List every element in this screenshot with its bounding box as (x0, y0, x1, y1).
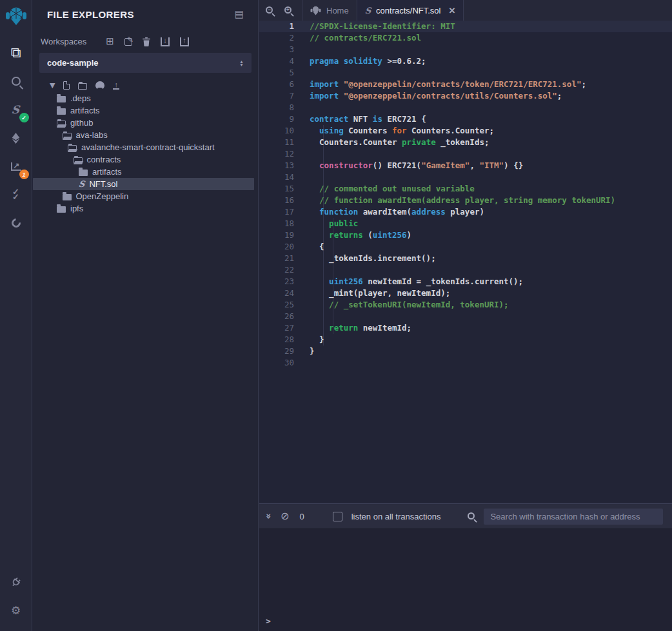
download-workspace-icon[interactable]: ↓ (161, 37, 170, 46)
code-line-10[interactable]: 10 using Counters for Counters.Counter; (259, 125, 672, 137)
code-line-8[interactable]: 8 (259, 102, 672, 113)
code-line-14[interactable]: 14 (259, 171, 672, 183)
restore-workspace-icon[interactable]: ↑ (180, 37, 189, 46)
search-icon (468, 510, 475, 522)
folder-open-icon (74, 155, 83, 164)
tree-item-avalanche-smart-contract-quickstart[interactable]: avalanche-smart-contract-quickstart (33, 141, 254, 153)
tree-item-nft.sol[interactable]: SNFT.sol (33, 178, 254, 190)
sidebar-item-settings[interactable]: ⚙ (0, 596, 32, 625)
code-editor[interactable]: 1//SPDX-License-Identifier: MIT2// contr… (259, 21, 672, 503)
code-line-24[interactable]: 24 _mint(player, newItemId); (259, 287, 672, 299)
line-content: public (310, 218, 358, 229)
sidebar-item-plugin-circle[interactable] (0, 209, 32, 237)
code-line-7[interactable]: 7import "@openzeppelin/contracts/utils/C… (259, 90, 672, 102)
code-line-26[interactable]: 26 (259, 311, 672, 322)
code-line-23[interactable]: 23 uint256 newItemId = _tokenIds.current… (259, 276, 672, 287)
sidebar-item-deploy-run[interactable] (0, 124, 32, 152)
tabs: HomeScontracts/NFT.sol✕ (302, 0, 464, 21)
line-number: 30 (259, 357, 310, 369)
code-line-29[interactable]: 29} (259, 345, 672, 357)
tab-bar: − + HomeScontracts/NFT.sol✕ (259, 0, 672, 21)
remix-logo[interactable] (5, 5, 27, 30)
code-line-19[interactable]: 19 returns (uint256) (259, 229, 672, 241)
tree-item-artifacts[interactable]: artifacts (33, 104, 254, 117)
clear-console-icon[interactable]: ⊘ (281, 511, 289, 521)
code-line-4[interactable]: 4pragma solidity >=0.6.2; (259, 55, 672, 67)
code-line-20[interactable]: 20 { (259, 241, 672, 253)
code-line-1[interactable]: 1//SPDX-License-Identifier: MIT (259, 21, 672, 32)
create-workspace-icon[interactable]: ⊞ (106, 37, 114, 46)
line-content: _tokenIds.increment(); (310, 253, 436, 264)
terminal-output[interactable]: > (259, 529, 672, 631)
clone-github-icon[interactable] (95, 81, 104, 90)
tree-item-ava-labs[interactable]: ava-labs (33, 129, 254, 141)
sidebar-item-unit-testing[interactable]: ✓✓ (0, 180, 32, 209)
code-line-18[interactable]: 18 public (259, 218, 672, 229)
tree-item-label: artifacts (70, 106, 100, 115)
code-line-17[interactable]: 17 function awardItem(address player) (259, 206, 672, 218)
sidebar-icons-bottom: ⚙ (0, 568, 32, 625)
workspace-select[interactable]: code-sample ▲▼ (39, 53, 252, 73)
tree-item-.deps[interactable]: .deps (33, 92, 254, 104)
tree-item-label: NFT.sol (89, 179, 117, 189)
line-number: 15 (259, 183, 310, 195)
code-line-12[interactable]: 12 (259, 148, 672, 160)
solidity-file-icon: S (79, 179, 84, 189)
code-line-30[interactable]: 30 (259, 357, 672, 369)
collapse-tree-icon[interactable]: ▼ (50, 82, 55, 89)
sidebar-item-analytics[interactable]: ↗1 (0, 152, 32, 180)
code-line-27[interactable]: 27 return newItemId; (259, 322, 672, 334)
terminal-toolbar: » ⊘ 0 listen on all transactions (259, 503, 672, 529)
new-file-icon[interactable] (63, 81, 70, 90)
tree-item-github[interactable]: github (33, 117, 254, 129)
code-line-13[interactable]: 13 constructor() ERC721("GameItem", "ITM… (259, 160, 672, 171)
terminal-search-input[interactable] (484, 509, 663, 525)
zoom-out-icon[interactable]: − (266, 5, 273, 16)
close-icon[interactable]: ✕ (449, 6, 456, 15)
tab-contracts-nft-sol[interactable]: Scontracts/NFT.sol✕ (357, 0, 464, 21)
line-content: // contracts/ERC721.sol (310, 32, 421, 44)
sidebar-item-plugin-manager[interactable] (0, 568, 32, 596)
line-content: return newItemId; (310, 322, 411, 334)
tree-item-label: github (70, 118, 93, 128)
sidebar-item-solidity-compiler[interactable]: S✓ (0, 95, 32, 124)
tree-item-ipfs[interactable]: ipfs (33, 202, 254, 215)
line-content: function awardItem(address player) (310, 206, 484, 218)
tree-item-openzeppelin[interactable]: OpenZeppelin (33, 190, 254, 202)
deploy-run-icon (11, 133, 21, 144)
workspaces-label: Workspaces (41, 37, 86, 46)
sidebar-item-file-explorer[interactable]: ⧉ (0, 39, 32, 67)
expand-terminal-icon[interactable]: » (264, 513, 273, 519)
code-line-25[interactable]: 25 // _setTokenURI(newItemId, tokenURI); (259, 299, 672, 311)
code-line-22[interactable]: 22 (259, 264, 672, 276)
code-line-5[interactable]: 5 (259, 67, 672, 79)
book-icon[interactable]: ▤ (235, 10, 244, 19)
listen-checkbox[interactable] (333, 512, 342, 521)
folder-icon (63, 192, 72, 200)
code-line-21[interactable]: 21 _tokenIds.increment(); (259, 253, 672, 264)
code-line-6[interactable]: 6import "@openzeppelin/contracts/token/E… (259, 79, 672, 90)
code-line-28[interactable]: 28 } (259, 334, 672, 345)
tree-item-contracts[interactable]: contracts (33, 153, 254, 166)
transaction-count: 0 (298, 512, 305, 521)
zoom-in-icon[interactable]: + (284, 5, 292, 16)
rename-workspace-icon[interactable] (124, 37, 132, 46)
tab-label: Home (326, 6, 349, 15)
terminal-prompt: > (266, 616, 271, 626)
code-line-9[interactable]: 9contract NFT is ERC721 { (259, 113, 672, 125)
new-folder-icon[interactable] (78, 81, 87, 90)
code-lines: 1//SPDX-License-Identifier: MIT2// contr… (259, 21, 672, 369)
code-line-15[interactable]: 15 // commented out unused variable (259, 183, 672, 195)
code-line-3[interactable]: 3 (259, 44, 672, 55)
plugin-manager-icon (10, 577, 21, 588)
folder-open-icon (57, 119, 66, 127)
upload-file-icon[interactable]: ↑ (113, 81, 119, 90)
code-line-11[interactable]: 11 Counters.Counter private _tokenIds; (259, 137, 672, 148)
workspaces-row: Workspaces ⊞↓↑ (33, 20, 258, 52)
code-line-2[interactable]: 2// contracts/ERC721.sol (259, 32, 672, 44)
sidebar-item-search[interactable] (0, 67, 32, 95)
tab-home[interactable]: Home (302, 0, 357, 21)
code-line-16[interactable]: 16 // function awardItem(address player,… (259, 195, 672, 206)
delete-workspace-icon[interactable] (143, 37, 150, 46)
tree-item-artifacts[interactable]: artifacts (33, 166, 254, 178)
